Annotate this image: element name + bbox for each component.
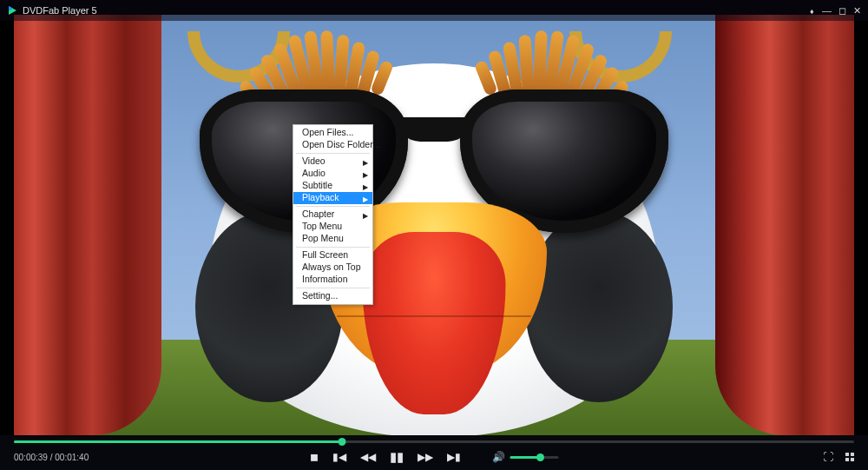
minimize-button[interactable]: — <box>822 5 832 16</box>
volume-icon[interactable]: 🔊 <box>492 451 505 463</box>
menu-item-pop-menu[interactable]: Pop Menu <box>293 233 372 245</box>
maximize-button[interactable]: ◻ <box>838 5 846 17</box>
title-bar: DVDFab Player 5 ⬧ — ◻ ✕ <box>0 0 868 21</box>
transport-controls: ◼ ▮◀ ◀◀ ▮▮ ▶▶ ▶▮ 🔊 <box>310 449 559 465</box>
menu-item-always-on-top[interactable]: Always on Top <box>293 261 372 274</box>
context-menu: Open Files...Open Disc Folder...Video▶Au… <box>293 124 373 305</box>
menu-item-open-files[interactable]: Open Files... <box>293 127 372 139</box>
time-display: 00:00:39 / 00:01:40 <box>14 453 89 462</box>
menu-item-audio[interactable]: Audio▶ <box>293 168 372 180</box>
menu-item-information[interactable]: Information <box>293 274 372 286</box>
progress-knob[interactable] <box>338 438 345 446</box>
total-time: 00:01:40 <box>55 453 89 462</box>
submenu-arrow-icon: ▶ <box>363 194 368 205</box>
prev-button[interactable]: ▮◀ <box>332 451 346 463</box>
menu-item-open-disc-folder[interactable]: Open Disc Folder... <box>293 139 372 151</box>
video-frame-art <box>14 15 854 435</box>
close-button[interactable]: ✕ <box>853 5 861 17</box>
right-controls: ⛶ <box>823 451 854 463</box>
volume-knob[interactable] <box>536 453 544 461</box>
menu-item-full-screen[interactable]: Full Screen <box>293 249 372 261</box>
menu-item-subtitle[interactable]: Subtitle▶ <box>293 180 372 192</box>
fullscreen-button[interactable]: ⛶ <box>823 451 833 463</box>
menu-item-chapter[interactable]: Chapter▶ <box>293 209 372 221</box>
progress-track[interactable] <box>14 440 854 443</box>
playlist-grid-button[interactable] <box>845 453 854 461</box>
forward-button[interactable]: ▶▶ <box>418 451 433 463</box>
pin-button[interactable]: ⬧ <box>809 5 815 16</box>
play-pause-button[interactable]: ▮▮ <box>390 449 404 465</box>
controls-bar: 00:00:39 / 00:01:40 ◼ ▮◀ ◀◀ ▮▮ ▶▶ ▶▮ 🔊 ⛶ <box>0 435 868 470</box>
rewind-button[interactable]: ◀◀ <box>360 451 376 463</box>
volume-track[interactable] <box>510 456 559 459</box>
video-viewport[interactable]: Open Files...Open Disc Folder...Video▶Au… <box>14 15 854 435</box>
progress-fill <box>14 440 342 443</box>
menu-item-top-menu[interactable]: Top Menu <box>293 221 372 233</box>
app-logo-icon <box>7 5 17 16</box>
next-button[interactable]: ▶▮ <box>447 451 461 463</box>
menu-item-playback[interactable]: Playback▶ <box>293 192 372 204</box>
app-title: DVDFab Player 5 <box>23 5 97 16</box>
menu-item-setting[interactable]: Setting... <box>293 290 372 302</box>
current-time: 00:00:39 <box>14 453 48 462</box>
menu-item-video[interactable]: Video▶ <box>293 156 372 168</box>
stop-button[interactable]: ◼ <box>310 451 319 463</box>
